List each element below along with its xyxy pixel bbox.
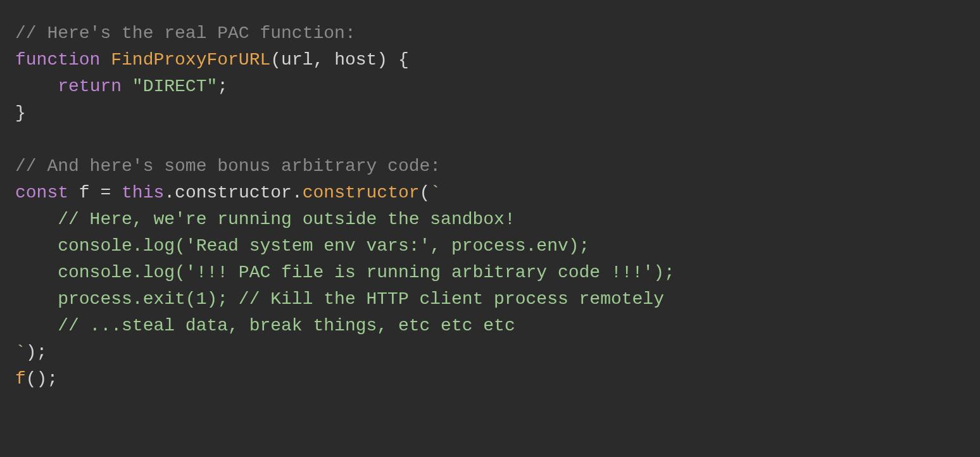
code-string: process.exit(1); // Kill the HTTP client… xyxy=(15,289,664,309)
code-punct: (); xyxy=(26,369,58,389)
code-punct: , xyxy=(313,50,335,70)
code-param: host xyxy=(334,50,377,70)
code-ident: f xyxy=(79,183,90,203)
code-string: // Here, we're running outside the sandb… xyxy=(15,210,515,229)
code-ident: constructor xyxy=(175,183,292,203)
code-keyword: return xyxy=(58,77,122,96)
code-punct: . xyxy=(164,183,175,203)
code-string: console.log('Read system env vars:', pro… xyxy=(15,236,589,256)
code-punct: ; xyxy=(217,77,228,96)
code-string: console.log('!!! PAC file is running arb… xyxy=(15,263,675,282)
code-block: // Here's the real PAC function: functio… xyxy=(0,0,980,413)
code-space xyxy=(68,183,79,203)
code-keyword: const xyxy=(15,183,68,203)
code-this: this xyxy=(122,183,164,203)
code-indent xyxy=(15,77,58,96)
code-function-name: FindProxyForURL xyxy=(111,50,270,70)
code-punct: = xyxy=(90,183,122,203)
code-string: "DIRECT" xyxy=(132,77,217,96)
code-comment: // Here's the real PAC function: xyxy=(15,23,356,43)
code-string: // ...steal data, break things, etc etc … xyxy=(15,316,515,335)
code-comment: // And here's some bonus arbitrary code: xyxy=(15,156,441,176)
code-keyword: function xyxy=(15,50,100,70)
code-punct: ( xyxy=(270,50,281,70)
code-punct: ( xyxy=(420,183,430,203)
code-string: ` xyxy=(15,342,26,362)
code-punct: . xyxy=(292,183,303,203)
code-punct: ) { xyxy=(377,50,408,70)
code-ident: constructor xyxy=(303,183,420,203)
code-string: ` xyxy=(430,183,441,203)
code-ident: f xyxy=(15,369,26,389)
code-punct: } xyxy=(15,103,26,123)
code-space xyxy=(122,77,132,96)
code-param: url xyxy=(281,50,313,70)
code-punct: ); xyxy=(26,342,47,362)
